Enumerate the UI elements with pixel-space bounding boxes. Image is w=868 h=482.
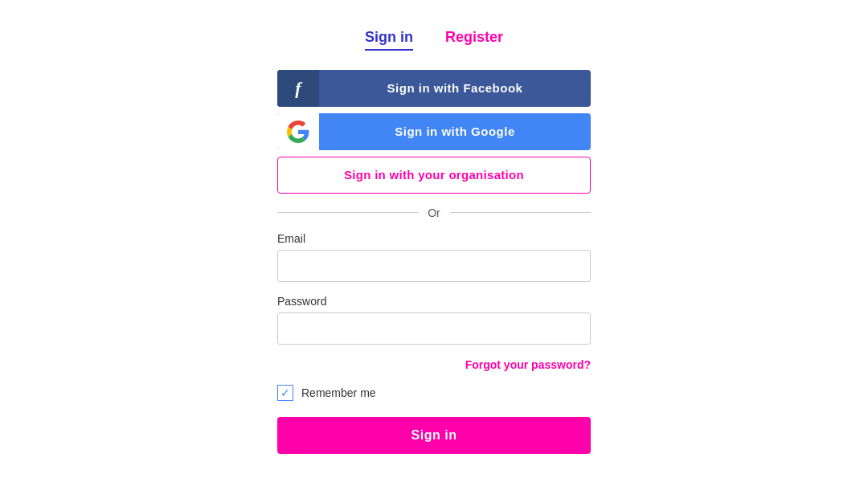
auth-tabs: Sign in Register [277, 29, 591, 51]
google-icon-wrapper [277, 113, 319, 150]
tab-signin[interactable]: Sign in [365, 29, 413, 51]
email-group: Email [277, 232, 591, 282]
divider-text: Or [418, 206, 450, 219]
email-input[interactable] [277, 250, 591, 282]
password-input[interactable] [277, 312, 591, 345]
facebook-icon-wrapper: f [277, 70, 319, 107]
organisation-button-label: Sign in with your organisation [344, 168, 524, 182]
password-label: Password [277, 295, 591, 308]
remember-me-checkbox[interactable]: ✓ [277, 385, 293, 401]
divider: Or [277, 206, 591, 219]
tab-register[interactable]: Register [445, 29, 503, 51]
social-buttons: f Sign in with Facebook Sign in with Goo… [277, 70, 591, 194]
remember-me-label: Remember me [301, 386, 376, 399]
checkbox-check-icon: ✓ [280, 386, 290, 399]
signin-google-button[interactable]: Sign in with Google [277, 113, 591, 150]
email-label: Email [277, 232, 591, 245]
signin-organisation-button[interactable]: Sign in with your organisation [277, 157, 591, 194]
forgot-password-link[interactable]: Forgot your password? [465, 358, 591, 371]
google-button-label: Sign in with Google [319, 125, 591, 138]
remember-me-container: ✓ Remember me [277, 385, 591, 401]
forgot-password-container: Forgot your password? [277, 357, 591, 372]
signin-submit-button[interactable]: Sign in [277, 417, 591, 454]
password-group: Password [277, 295, 591, 345]
divider-line-right [450, 212, 591, 213]
auth-container: Sign in Register f Sign in with Facebook [277, 13, 591, 470]
signin-facebook-button[interactable]: f Sign in with Facebook [277, 70, 591, 107]
divider-line-left [277, 212, 418, 213]
facebook-icon: f [295, 78, 301, 99]
facebook-button-label: Sign in with Facebook [319, 81, 591, 95]
google-icon [287, 120, 309, 143]
